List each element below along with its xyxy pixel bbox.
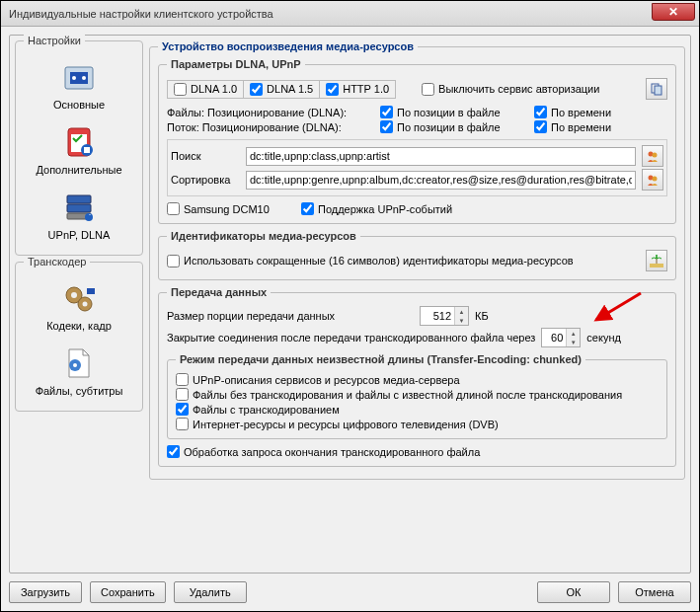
eof-processing-checkbox[interactable]: Обработка запроса окончания транскодиров… — [167, 445, 480, 458]
dlna-params-group: Параметры DLNA, UPnP DLNA 1.0 DLNA 1.5 H… — [158, 58, 676, 224]
svg-point-15 — [83, 302, 88, 307]
svg-rect-8 — [67, 195, 91, 203]
svg-rect-25 — [650, 264, 663, 268]
chunk-size-label: Размер порции передачи данных — [167, 310, 414, 322]
svg-point-24 — [653, 177, 658, 182]
transfer-group: Передача данных Размер порции передачи д… — [158, 286, 676, 467]
upnp-events-checkbox[interactable]: Поддержка UPnP-событий — [301, 202, 452, 215]
gears-icon — [59, 278, 99, 318]
spinner-down[interactable]: ▼ — [567, 338, 580, 346]
main-frame: Настройки Основные Дополнительные UPnP, … — [9, 35, 691, 574]
clipboard-icon — [59, 122, 99, 162]
samsung-checkbox[interactable]: Samsung DCM10 — [167, 202, 295, 215]
svg-point-3 — [82, 76, 86, 80]
svg-point-2 — [72, 76, 76, 80]
delete-button[interactable]: Удалить — [174, 581, 247, 603]
svg-point-22 — [653, 153, 658, 158]
dlna10-checkbox[interactable]: DLNA 1.0 — [168, 81, 244, 98]
chunked-upnp-checkbox[interactable]: UPnP-описания сервисов и ресурсов медиа-… — [176, 373, 460, 386]
svg-rect-16 — [87, 288, 95, 294]
palm-button[interactable] — [646, 250, 667, 271]
folder-icon — [59, 57, 99, 97]
sidebar-item-codecs[interactable]: Кодеки, кадр — [18, 274, 140, 340]
sidebar-item-label: Файлы, субтитры — [20, 385, 138, 397]
sort-users-button[interactable] — [642, 169, 663, 191]
sidebar-group-settings: Настройки Основные Дополнительные UPnP, … — [15, 40, 143, 256]
chunked-dvb-checkbox[interactable]: Интернет-ресурсы и ресурсы цифрового тел… — [176, 418, 499, 430]
svg-rect-20 — [655, 86, 661, 95]
search-input[interactable] — [246, 147, 636, 166]
sidebar-item-files[interactable]: Файлы, субтитры — [18, 340, 140, 405]
spinner-down[interactable]: ▼ — [455, 316, 468, 325]
file-by-pos-checkbox[interactable]: По позиции в файле — [380, 106, 528, 118]
sidebar-group1-label: Настройки — [24, 35, 85, 46]
chunked-legend: Режим передачи данных неизвестной длины … — [176, 353, 585, 365]
chunk-size-spinner[interactable]: ▲▼ — [420, 306, 469, 326]
dlna15-checkbox[interactable]: DLNA 1.5 — [244, 81, 320, 98]
svg-rect-9 — [67, 204, 91, 212]
sidebar: Настройки Основные Дополнительные UPnP, … — [15, 40, 143, 568]
file-by-time-checkbox[interactable]: По времени — [534, 106, 611, 118]
save-button[interactable]: Сохранить — [90, 581, 166, 603]
sidebar-group-transcoder: Транскодер Кодеки, кадр Файлы, субтитры — [15, 262, 143, 412]
transfer-legend: Передача данных — [167, 286, 271, 298]
sort-input[interactable] — [246, 171, 636, 190]
ids-legend: Идентификаторы медиа-ресурсов — [167, 230, 360, 242]
stream-by-pos-checkbox[interactable]: По позиции в файле — [380, 120, 528, 133]
close-after-spinner[interactable]: ▲▼ — [541, 328, 581, 347]
window-title: Индивидуальные настройки клиентского уст… — [9, 8, 273, 20]
search-label: Поиск — [171, 150, 240, 162]
file-pos-label: Файлы: Позиционирование (DLNA): — [167, 107, 374, 118]
svg-point-11 — [85, 213, 93, 221]
playback-group: Устройство воспроизведения медиа-ресурсо… — [149, 40, 685, 480]
users-icon — [646, 149, 660, 163]
window: Индивидуальные настройки клиентского уст… — [0, 0, 700, 612]
stream-pos-label: Поток: Позиционирование (DLNA): — [167, 121, 374, 133]
svg-point-18 — [73, 363, 77, 367]
http10-checkbox[interactable]: HTTP 1.0 — [320, 81, 395, 98]
chunked-group: Режим передачи данных неизвестной длины … — [167, 353, 667, 439]
chunked-knownlen-checkbox[interactable]: Файлы без транскодирования и файлы с изв… — [176, 388, 622, 401]
copy-icon — [650, 82, 663, 96]
users-icon — [646, 173, 660, 187]
window-body: Настройки Основные Дополнительные UPnP, … — [1, 27, 699, 611]
disable-auth-checkbox[interactable]: Выключить сервис авторизации — [422, 83, 599, 96]
content: Устройство воспроизведения медиа-ресурсо… — [149, 40, 685, 568]
ok-button[interactable]: ОК — [537, 581, 610, 603]
server-icon — [59, 188, 99, 227]
title-bar: Индивидуальные настройки клиентского уст… — [1, 1, 699, 27]
sidebar-group2-label: Транскодер — [24, 256, 90, 268]
sidebar-item-label: UPnP, DLNA — [20, 229, 138, 241]
sidebar-item-upnp[interactable]: UPnP, DLNA — [18, 184, 140, 249]
sidebar-item-label: Основные — [20, 99, 138, 111]
sidebar-item-extra[interactable]: Дополнительные — [18, 118, 140, 184]
stream-by-time-checkbox[interactable]: По времени — [534, 120, 611, 133]
palm-icon — [650, 254, 663, 268]
ids-group: Идентификаторы медиа-ресурсов Использова… — [158, 230, 676, 280]
seconds-label: секунд — [586, 332, 621, 344]
copy-button[interactable] — [646, 78, 667, 100]
svg-point-13 — [71, 292, 77, 298]
sidebar-item-label: Дополнительные — [20, 164, 138, 176]
chunk-unit: КБ — [475, 310, 489, 322]
spinner-up[interactable]: ▲ — [567, 329, 580, 338]
search-users-button[interactable] — [642, 145, 663, 167]
footer: Загрузить Сохранить Удалить ОК Отмена — [9, 581, 691, 603]
short-ids-checkbox[interactable]: Использовать сокращенные (16 символов) и… — [167, 255, 574, 268]
svg-rect-7 — [84, 147, 90, 153]
cancel-button[interactable]: Отмена — [618, 581, 691, 603]
sort-label: Сортировка — [171, 174, 240, 186]
spinner-up[interactable]: ▲ — [455, 307, 468, 316]
sidebar-item-label: Кодеки, кадр — [20, 320, 138, 332]
dlna-params-legend: Параметры DLNA, UPnP — [167, 58, 305, 70]
playback-legend: Устройство воспроизведения медиа-ресурсо… — [158, 40, 418, 52]
file-gear-icon — [59, 344, 99, 383]
close-button[interactable]: ✕ — [652, 3, 695, 21]
chunked-transcoded-checkbox[interactable]: Файлы с транскодированием — [176, 403, 340, 416]
close-after-label: Закрытие соединения после передачи транс… — [167, 332, 535, 344]
sidebar-item-basic[interactable]: Основные — [18, 53, 140, 118]
load-button[interactable]: Загрузить — [9, 581, 82, 603]
